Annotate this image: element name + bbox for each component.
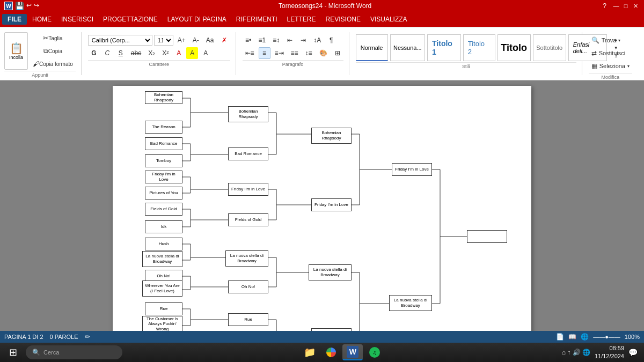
font-shrink-button[interactable]: A- — [190, 34, 202, 46]
menu-design[interactable]: PROGETTAZIONE — [99, 14, 162, 25]
close-button[interactable]: ✕ — [631, 2, 640, 10]
word-icon: W — [4, 2, 13, 10]
title-bar-left: W 💾 ↩ ↪ — [4, 2, 47, 10]
help-icon[interactable]: ? — [603, 2, 606, 10]
find-icon: 🔍 — [591, 36, 599, 44]
document-area: Bohemian Rhapsody The Reason Bad Romance… — [0, 80, 644, 331]
shading-button[interactable]: A — [200, 47, 211, 59]
highlight-button[interactable]: A — [186, 47, 198, 59]
ribbon-group-paragraph: ≡• ≡1 ≡↕ ⇤ ⇥ ↕A ¶ ⇤≡ ≡ ≡⇥ ≡≡ ↕≡ 🎨 ⊞ Para… — [243, 32, 349, 75]
r3-3-box: La nuova stella di Broadway — [309, 264, 352, 280]
file-explorer-icon: 📁 — [304, 346, 316, 358]
find-button[interactable]: 🔍 Trova ▾ — [589, 34, 632, 46]
title-bar: W 💾 ↩ ↪ Torneosongs24 - Microsoft Word ?… — [0, 0, 644, 12]
r2-7-box: Rue — [228, 313, 268, 326]
italic-button[interactable]: C — [101, 47, 113, 59]
search-icon: 🔍 — [32, 349, 40, 356]
final-box — [467, 230, 507, 243]
menu-home[interactable]: HOME — [28, 14, 56, 25]
increase-indent-button[interactable]: ⇥ — [297, 34, 309, 46]
justify-button[interactable]: ≡≡ — [288, 47, 301, 59]
menu-file[interactable]: FILE — [2, 14, 27, 25]
taskbar-file-explorer[interactable]: 📁 — [299, 344, 320, 360]
zoom-slider[interactable]: ——●—— — [593, 334, 620, 340]
menu-references[interactable]: RIFERIMENTI — [232, 14, 282, 25]
font-grow-button[interactable]: A+ — [175, 34, 188, 46]
menu-review[interactable]: REVISIONE — [321, 14, 365, 25]
maximize-button[interactable]: □ — [621, 2, 630, 10]
underline-button[interactable]: S — [115, 47, 127, 59]
borders-button[interactable]: ⊞ — [332, 47, 343, 59]
menu-letters[interactable]: LETTERE — [283, 14, 320, 25]
system-tray: ⌂ ↑ 🔊 🌐 08:59 11/12/2024 💬 — [562, 344, 642, 361]
r1-9-box: Hush — [145, 238, 182, 250]
tray-icons: ⌂ ↑ 🔊 🌐 — [562, 349, 590, 356]
r1-12-box: Wherever You Are (I Feel Love) — [142, 280, 182, 297]
superscript-button[interactable]: X² — [159, 47, 171, 59]
ribbon-group-clipboard: 📋 Incolla ✂ Taglia ⧉ Copia 🖌 Copia forma… — [4, 32, 82, 75]
show-marks-button[interactable]: ¶ — [325, 34, 337, 46]
ribbon-group-styles: Normale Nessuna... Titolo 1 Titolo 2 Tit… — [356, 32, 582, 75]
save-icon[interactable]: 💾 — [15, 2, 24, 10]
menu-insert[interactable]: INSERISCI — [57, 14, 98, 25]
copy-button[interactable]: ⧉ Copia — [30, 45, 76, 57]
taskbar-chrome[interactable] — [322, 344, 340, 360]
paste-icon: 📋 — [10, 42, 23, 55]
style-heading1[interactable]: Titolo 1 — [427, 34, 461, 61]
sort-button[interactable]: ↕A — [311, 34, 324, 46]
numbering-button[interactable]: ≡1 — [256, 34, 269, 46]
paste-button[interactable]: 📋 Incolla — [4, 32, 28, 70]
undo-icon[interactable]: ↩ — [26, 2, 32, 10]
change-case-button[interactable]: Aa — [203, 34, 217, 46]
align-right-button[interactable]: ≡⇥ — [272, 47, 287, 59]
replace-button[interactable]: ⇄ Sostituisci — [589, 47, 632, 59]
taskbar-word[interactable]: W — [342, 344, 363, 360]
start-button[interactable]: ⊞ — [2, 344, 24, 360]
search-bar[interactable]: 🔍 Cerca — [26, 345, 122, 359]
redo-icon[interactable]: ↪ — [34, 2, 39, 10]
r1-4-box: Tomboy — [145, 154, 182, 167]
format-painter-button[interactable]: 🖌 Copia formato — [30, 58, 76, 70]
select-icon: ▦ — [591, 62, 597, 70]
clear-format-button[interactable]: ✗ — [218, 34, 230, 46]
doc-view-web-icon[interactable]: 🌐 — [581, 333, 589, 341]
format-painter-icon: 🖌 — [33, 60, 39, 68]
doc-view-print-icon[interactable]: 📄 — [556, 333, 564, 341]
style-title[interactable]: Titolo — [497, 34, 531, 61]
r1-13-box: Rue — [145, 302, 182, 315]
clock-date: 11/12/2024 — [595, 352, 624, 360]
chrome-icon — [326, 348, 336, 357]
style-subtitle[interactable]: Sottotitolo — [533, 34, 566, 61]
style-heading2[interactable]: Titolo 2 — [463, 34, 495, 61]
r2-5-box: La nuova stella di Broadway — [225, 250, 268, 267]
taskbar-spotify[interactable]: ♫ — [365, 344, 384, 360]
r2-2-box: Bad Romance — [228, 147, 268, 160]
multilevel-button[interactable]: ≡↕ — [270, 34, 282, 46]
clock: 08:59 11/12/2024 — [595, 344, 624, 361]
line-spacing-button[interactable]: ↕≡ — [303, 47, 315, 59]
notification-icon[interactable]: 💬 — [628, 348, 638, 357]
decrease-indent-button[interactable]: ⇤ — [284, 34, 296, 46]
doc-view-read-icon[interactable]: 📖 — [568, 333, 576, 341]
menu-layout[interactable]: LAYOUT DI PAGINA — [163, 14, 231, 25]
menu-view[interactable]: VISUALIZZA — [366, 14, 412, 25]
style-no-spacing[interactable]: Nessuna... — [390, 34, 425, 61]
ribbon-content: 📋 Incolla ✂ Taglia ⧉ Copia 🖌 Copia forma… — [0, 27, 644, 80]
align-left-button[interactable]: ⇤≡ — [243, 47, 257, 59]
cut-button[interactable]: ✂ Taglia — [30, 32, 76, 44]
align-center-button[interactable]: ≡ — [259, 47, 270, 59]
font-color-button[interactable]: A — [173, 47, 185, 59]
window-title: Torneosongs24 - Microsoft Word — [47, 2, 603, 10]
subscript-button[interactable]: X₂ — [145, 47, 158, 59]
select-button[interactable]: ▦ Seleziona ▾ — [589, 60, 632, 72]
font-size-select[interactable]: 11 — [154, 35, 173, 46]
font-family-select[interactable]: Calibri (Corp... — [88, 35, 152, 46]
shading-para-button[interactable]: 🎨 — [317, 47, 330, 59]
style-normal[interactable]: Normale — [356, 34, 388, 61]
minimize-button[interactable]: — — [612, 2, 620, 10]
bold-button[interactable]: G — [88, 47, 100, 59]
replace-icon: ⇄ — [591, 49, 597, 57]
strikethrough-button[interactable]: abc — [128, 47, 144, 59]
bullets-button[interactable]: ≡• — [243, 34, 254, 46]
r1-5-box: Friday I'm in Love — [145, 171, 182, 183]
